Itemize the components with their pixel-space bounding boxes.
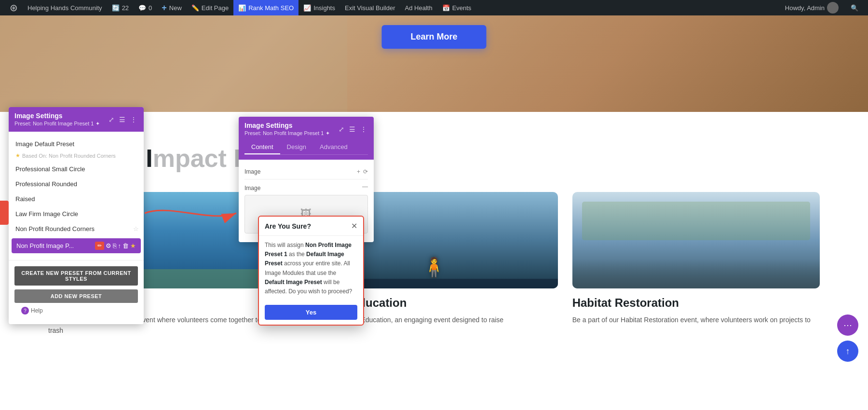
preset-name-default: Image Default Preset xyxy=(15,140,74,148)
wp-logo[interactable]: ⊛ xyxy=(5,0,23,15)
events[interactable]: 📅 Events xyxy=(437,0,476,15)
search-button[interactable]: 🔍 xyxy=(846,0,863,15)
sidebar-handle[interactable] xyxy=(0,201,9,225)
preset-item-active[interactable]: Non Profit Image P... ✏ ⚙ ⎘ ↑ 🗑 ★ xyxy=(12,238,141,253)
panel-title-left: Image Settings xyxy=(14,112,100,120)
preset-item-small-circle[interactable]: Professional Small Circle xyxy=(9,162,144,177)
panel-preset-right: Preset: Non Profit Image Preset 1 ✦ xyxy=(244,130,330,137)
insights-icon: 📈 xyxy=(303,4,311,12)
panel-content-left: Image Default Preset ★ Based On: Non Pro… xyxy=(9,132,144,260)
panel-resize-right-button[interactable]: ⤢ xyxy=(338,124,345,134)
programs-title: Current Impact Projects xyxy=(48,144,820,173)
star-icon: ★ xyxy=(15,152,20,159)
comments-icon: 💬 xyxy=(138,4,146,12)
hero-image: Learn More xyxy=(0,15,868,112)
admin-bar: ⊛ Helping Hands Community 🔄 22 💬 0 + New… xyxy=(0,0,868,15)
float-action-button[interactable]: ↑ xyxy=(837,341,858,362)
panel-header-top-right: Image Settings Preset: Non Profit Image … xyxy=(244,122,368,137)
edit-icon: ✏️ xyxy=(191,4,199,12)
panel-resize-button[interactable]: ⤢ xyxy=(108,115,115,124)
site-name[interactable]: Helping Hands Community xyxy=(23,0,107,15)
image-add-button[interactable]: + xyxy=(357,168,360,175)
create-preset-button[interactable]: CREATE NEW PRESET FROM CURRENT STYLES xyxy=(14,266,138,286)
preset-based-on: ★ Based On: Non Profit Rounded Corners xyxy=(9,152,144,159)
star-preset-button[interactable]: ★ xyxy=(130,242,136,250)
updates[interactable]: 🔄 22 xyxy=(107,0,134,15)
dialog-title: Are You Sure? xyxy=(265,222,311,230)
preset-active-icons: ✏ ⚙ ⎘ ↑ 🗑 ★ xyxy=(95,242,136,250)
export-preset-button[interactable]: ↑ xyxy=(118,242,122,250)
tab-advanced[interactable]: Advanced xyxy=(313,140,354,154)
avatar xyxy=(827,2,839,14)
dialog-close-button[interactable]: ✕ xyxy=(351,221,357,231)
panel-settings-right-button[interactable]: ☰ xyxy=(348,124,356,134)
dialog-header: Are You Sure? ✕ xyxy=(259,217,363,236)
rank-math-icon: 📊 xyxy=(238,4,246,12)
ad-health[interactable]: Ad Health xyxy=(400,0,437,15)
panel-header-right: Image Settings Preset: Non Profit Image … xyxy=(239,117,374,160)
delete-preset-button[interactable]: 🗑 xyxy=(122,242,129,250)
arrow-container xyxy=(140,199,246,230)
plus-icon: + xyxy=(162,3,167,13)
copy-preset-button[interactable]: ⎘ xyxy=(113,242,117,250)
panel-actions-right: ⤢ ☰ ⋮ xyxy=(338,124,368,134)
tab-design[interactable]: Design xyxy=(280,140,313,154)
panel-tabs: Content Design Advanced xyxy=(244,140,368,155)
panel-more-button[interactable]: ⋮ xyxy=(129,115,138,124)
wordpress-icon: ⊛ xyxy=(10,2,18,14)
dialog-body: This will assign Non Profit Image Preset… xyxy=(259,236,363,301)
add-preset-button[interactable]: ADD NEW PRESET xyxy=(14,289,138,303)
star-icon-np: ☆ xyxy=(133,225,139,232)
events-icon: 📅 xyxy=(442,4,450,12)
gear-preset-button[interactable]: ⚙ xyxy=(106,242,111,250)
image-settings-panel-left: Image Settings Preset: Non Profit Image … xyxy=(9,107,144,324)
exit-visual-builder[interactable]: Exit Visual Builder xyxy=(340,0,400,15)
panel-title-right: Image Settings xyxy=(244,122,330,129)
panel-preset-left: Preset: Non Profit Image Preset 1 ✦ xyxy=(14,121,100,127)
search-icon: 🔍 xyxy=(851,4,858,12)
rank-math-seo[interactable]: 📊 Rank Math SEO xyxy=(233,0,298,15)
insights[interactable]: 📈 Insights xyxy=(298,0,340,15)
float-menu-button[interactable]: ⋯ xyxy=(837,314,858,336)
image-sync-button[interactable]: ⟳ xyxy=(363,168,368,175)
edit-page[interactable]: ✏️ Edit Page xyxy=(187,0,233,15)
preset-item-raised[interactable]: Raised xyxy=(9,191,144,206)
tab-content[interactable]: Content xyxy=(244,140,280,154)
confirm-dialog: Are You Sure? ✕ This will assign Non Pro… xyxy=(258,216,364,326)
admin-right: Howdy, Admin 🔍 xyxy=(780,0,863,15)
panel-more-right-button[interactable]: ⋮ xyxy=(359,124,368,134)
howdy-admin[interactable]: Howdy, Admin xyxy=(780,0,843,15)
program-card-habitat: Habitat Restoration Be a part of our Hab… xyxy=(572,192,820,336)
float-btn-group: ⋯ ↑ xyxy=(837,314,858,362)
comments[interactable]: 💬 0 xyxy=(134,0,157,15)
dialog-footer: Yes xyxy=(259,301,363,325)
learn-more-button[interactable]: Learn More xyxy=(381,25,486,49)
preset-item-rounded[interactable]: Professional Rounded xyxy=(9,177,144,191)
panel-settings-button[interactable]: ☰ xyxy=(118,115,126,124)
image-toggle-button[interactable]: — xyxy=(362,183,368,190)
preset-item-default[interactable]: Image Default Preset xyxy=(9,137,144,151)
programs-label: PROGRAMS xyxy=(48,131,820,139)
panel-actions-left: ⤢ ☰ ⋮ xyxy=(108,115,138,124)
edit-preset-button[interactable]: ✏ xyxy=(95,242,104,250)
confirm-yes-button[interactable]: Yes xyxy=(265,305,357,320)
preset-item-law-firm[interactable]: Law Firm Image Circle xyxy=(9,206,144,221)
help-link[interactable]: ? Help xyxy=(14,303,138,318)
panel-image-row: Image + ⟳ xyxy=(244,164,368,179)
new-item[interactable]: + New xyxy=(157,0,187,15)
habitat-name: Habitat Restoration xyxy=(572,296,820,310)
habitat-desc: Be a part of our Habitat Restoration eve… xyxy=(572,314,820,325)
habitat-image xyxy=(572,192,820,288)
arrow-icon xyxy=(140,199,246,228)
panel-footer-left: CREATE NEW PRESET FROM CURRENT STYLES AD… xyxy=(9,260,144,324)
main-content: Learn More PROGRAMS Current Impact Proje… xyxy=(0,15,868,410)
updates-icon: 🔄 xyxy=(112,4,120,12)
preset-item-np-rounded[interactable]: Non Profit Rounded Corners ☆ xyxy=(9,221,144,236)
help-icon: ? xyxy=(21,307,29,314)
panel-header-left: Image Settings Preset: Non Profit Image … xyxy=(9,107,144,132)
